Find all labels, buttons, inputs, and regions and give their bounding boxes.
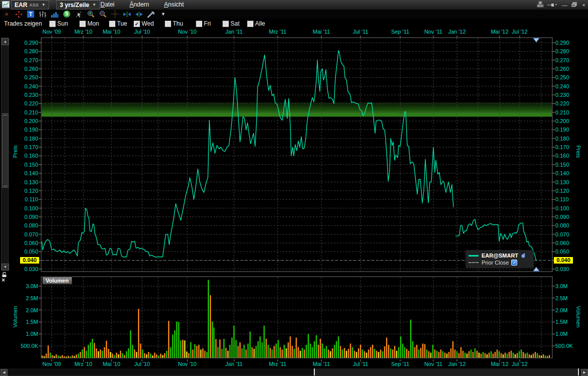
- volume-bar: [62, 355, 63, 358]
- volume-bar: [408, 351, 409, 358]
- smart-coin-icon[interactable]: S: [62, 10, 71, 18]
- volume-bar: [254, 349, 255, 358]
- volume-bar: [527, 353, 528, 358]
- volume-bar: [511, 351, 512, 358]
- close-button[interactable]: ×: [580, 2, 587, 8]
- scroll-right-button[interactable]: ▶: [581, 369, 588, 376]
- volume-bar: [272, 349, 273, 358]
- volume-bar: [120, 351, 121, 358]
- ohlc-bars-icon[interactable]: [38, 10, 47, 18]
- day-label-thu: Thu: [173, 20, 183, 27]
- date-marker-top[interactable]: [533, 38, 539, 42]
- menu-ändern[interactable]: Ändern: [122, 0, 157, 10]
- day-checkbox-sat[interactable]: [222, 21, 229, 27]
- day-checkbox-wed[interactable]: ✓: [134, 21, 140, 27]
- vertical-scrollbar[interactable]: ▲ ▼: [1, 38, 9, 270]
- volume-bar: [190, 342, 191, 358]
- volume-bar: [462, 351, 463, 358]
- volume-bar: [428, 351, 429, 358]
- volume-bar: [338, 336, 339, 358]
- price-line: [42, 51, 537, 261]
- drag-hand-icon[interactable]: [521, 251, 526, 260]
- volume-bar: [142, 349, 143, 358]
- symbol-selector[interactable]: EAR ASX ▼: [11, 0, 49, 10]
- volume-bar: [384, 346, 385, 358]
- vertical-scroll-thumb[interactable]: [2, 113, 9, 188]
- settings-wrench-icon[interactable]: [147, 10, 156, 18]
- volume-bar: [336, 341, 337, 358]
- horizontal-scroll-thumb[interactable]: [314, 368, 579, 375]
- volume-bar: [346, 351, 347, 358]
- volume-bar: [215, 339, 216, 358]
- horizontal-scrollbar[interactable]: ◀ ▶: [0, 368, 588, 375]
- volume-bar: [460, 347, 461, 358]
- volume-bar: [324, 348, 325, 358]
- legend[interactable]: EAR@SMART Prior Close ✓: [465, 250, 534, 268]
- volume-bar: [176, 321, 177, 358]
- volume-bar: [64, 356, 65, 358]
- volume-bar: [184, 340, 185, 358]
- compress-bars-icon[interactable]: [135, 10, 144, 18]
- day-checkbox-thu[interactable]: [165, 21, 171, 27]
- volume-bar: [436, 351, 437, 358]
- volume-bar: [138, 309, 139, 358]
- prior-close-swatch: [468, 262, 479, 263]
- volume-bar: [549, 355, 550, 358]
- volume-pane-title[interactable]: Volumen: [42, 277, 72, 285]
- volume-bar: [358, 348, 359, 358]
- day-checkbox-sun[interactable]: [49, 21, 56, 27]
- volume-bar: [529, 354, 530, 358]
- day-checkbox-tue[interactable]: [109, 21, 115, 27]
- volume-bar: [172, 335, 173, 358]
- volume-bar: [72, 355, 73, 358]
- menu-ansicht[interactable]: Ansicht: [157, 0, 191, 10]
- volume-bar: [146, 354, 147, 358]
- workspace-cube-icon[interactable]: [537, 1, 543, 9]
- text-tool-icon[interactable]: T: [26, 10, 35, 18]
- volume-bar: [52, 355, 53, 358]
- zoom-out-icon[interactable]: [98, 10, 107, 18]
- volume-bar: [306, 345, 307, 358]
- crosshair-dots-icon[interactable]: [14, 10, 23, 18]
- volume-bar: [493, 353, 494, 358]
- volume-bar: [545, 355, 546, 358]
- volume-bar: [485, 353, 486, 358]
- volume-bar: [76, 354, 77, 358]
- volume-bar: [348, 349, 349, 358]
- minimize-button[interactable]: —: [561, 2, 568, 8]
- delete-icon[interactable]: ×: [2, 10, 11, 18]
- prior-close-checkbox[interactable]: ✓: [511, 260, 517, 266]
- scroll-down-button[interactable]: ▼: [2, 264, 9, 271]
- volume-bar: [154, 353, 155, 358]
- scroll-left-button[interactable]: ◀: [1, 369, 8, 376]
- scroll-up-button[interactable]: ▲: [2, 38, 9, 45]
- volume-bar: [464, 353, 465, 358]
- volume-bar: [219, 339, 220, 358]
- volume-bar: [318, 345, 319, 358]
- menu-bar: DateiÄndernAnsicht: [93, 0, 191, 10]
- zoom-in-icon[interactable]: [86, 10, 95, 18]
- volume-bar: [134, 349, 135, 358]
- volume-bar: [344, 348, 345, 358]
- crosshair-icon[interactable]: [110, 10, 120, 18]
- day-checkbox-fri[interactable]: [196, 21, 202, 27]
- restore-button[interactable]: [571, 2, 577, 8]
- day-checkbox-alle[interactable]: [247, 21, 254, 27]
- day-checkbox-mon[interactable]: [79, 21, 86, 27]
- dropdown-icon[interactable]: ▼: [159, 10, 168, 18]
- expand-bars-icon[interactable]: [123, 10, 132, 18]
- close-pane-icon[interactable]: ×: [2, 277, 5, 284]
- volume-bar: [386, 337, 387, 358]
- legend-series-row: EAR@SMART: [468, 252, 531, 259]
- price-volume-chart[interactable]: [0, 0, 588, 376]
- pin-icon[interactable]: [546, 2, 558, 8]
- volume-histogram-icon[interactable]: [50, 10, 59, 18]
- volume-bar: [334, 345, 335, 358]
- menu-datei[interactable]: Datei: [93, 0, 122, 10]
- volume-bar: [410, 320, 411, 358]
- volume-bar: [332, 348, 333, 358]
- pointer-line-icon[interactable]: [74, 10, 83, 18]
- volume-bar: [160, 353, 161, 358]
- volume-bar: [108, 349, 109, 358]
- volume-bar: [392, 349, 393, 358]
